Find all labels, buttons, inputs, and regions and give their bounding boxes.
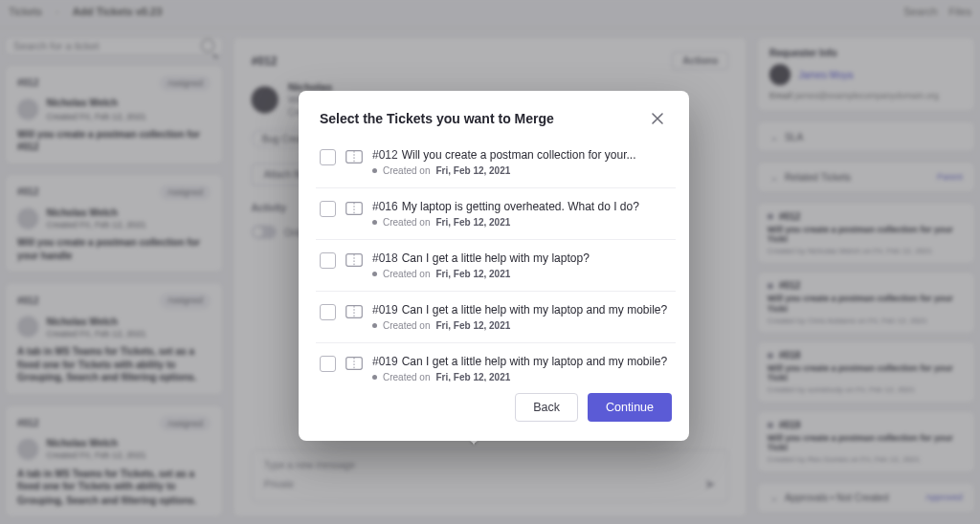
ticket-icon <box>345 150 363 164</box>
ticket-created-label: Created on <box>383 372 430 382</box>
merge-ticket-row[interactable]: #012Will you create a postman collection… <box>316 137 676 188</box>
merge-ticket-row[interactable]: #019Can I get a little help with my lapt… <box>316 292 676 343</box>
ticket-id: #016 <box>372 200 398 214</box>
ticket-icon <box>345 253 363 267</box>
ticket-list[interactable]: #012Will you create a postman collection… <box>299 137 683 382</box>
ticket-checkbox[interactable] <box>320 356 336 372</box>
ticket-icon <box>345 357 363 370</box>
ticket-id: #019 <box>372 303 398 317</box>
ticket-title: Can I get a little help with my laptop a… <box>402 303 667 317</box>
ticket-checkbox[interactable] <box>320 201 336 217</box>
ticket-created-label: Created on <box>383 269 430 279</box>
ticket-created-date: Fri, Feb 12, 2021 <box>435 165 510 176</box>
ticket-checkbox[interactable] <box>320 252 336 269</box>
ticket-title: Can I get a little help with my laptop? <box>402 251 590 266</box>
bullet-icon <box>372 375 377 380</box>
merge-tickets-modal: Select the Tickets you want to Merge #01… <box>299 91 689 441</box>
bullet-icon <box>372 323 377 328</box>
ticket-created-date: Fri, Feb 12, 2021 <box>435 217 510 228</box>
bullet-icon <box>372 272 377 276</box>
ticket-id: #019 <box>372 355 398 369</box>
close-icon[interactable] <box>647 108 668 129</box>
ticket-created-label: Created on <box>383 320 430 331</box>
modal-title: Select the Tickets you want to Merge <box>320 111 554 126</box>
ticket-title: Will you create a postman collection for… <box>402 148 636 163</box>
continue-button[interactable]: Continue <box>588 393 672 422</box>
merge-ticket-row[interactable]: #019Can I get a little help with my lapt… <box>316 343 676 382</box>
back-button[interactable]: Back <box>515 393 578 422</box>
ticket-icon <box>345 305 363 318</box>
bullet-icon <box>372 220 377 225</box>
ticket-checkbox[interactable] <box>320 149 336 165</box>
ticket-created-date: Fri, Feb 12, 2021 <box>435 269 510 279</box>
ticket-created-date: Fri, Feb 12, 2021 <box>435 372 510 382</box>
ticket-title: Can I get a little help with my laptop a… <box>402 355 667 369</box>
ticket-id: #012 <box>372 148 398 163</box>
ticket-title: My laptop is getting overheated. What do… <box>402 200 639 214</box>
merge-ticket-row[interactable]: #018Can I get a little help with my lapt… <box>316 240 676 292</box>
ticket-created-label: Created on <box>383 165 430 176</box>
merge-ticket-row[interactable]: #016My laptop is getting overheated. Wha… <box>316 188 676 240</box>
ticket-created-date: Fri, Feb 12, 2021 <box>435 320 510 331</box>
ticket-icon <box>345 202 363 215</box>
ticket-checkbox[interactable] <box>320 304 336 320</box>
bullet-icon <box>372 168 377 173</box>
ticket-created-label: Created on <box>383 217 430 228</box>
ticket-id: #018 <box>372 251 398 266</box>
